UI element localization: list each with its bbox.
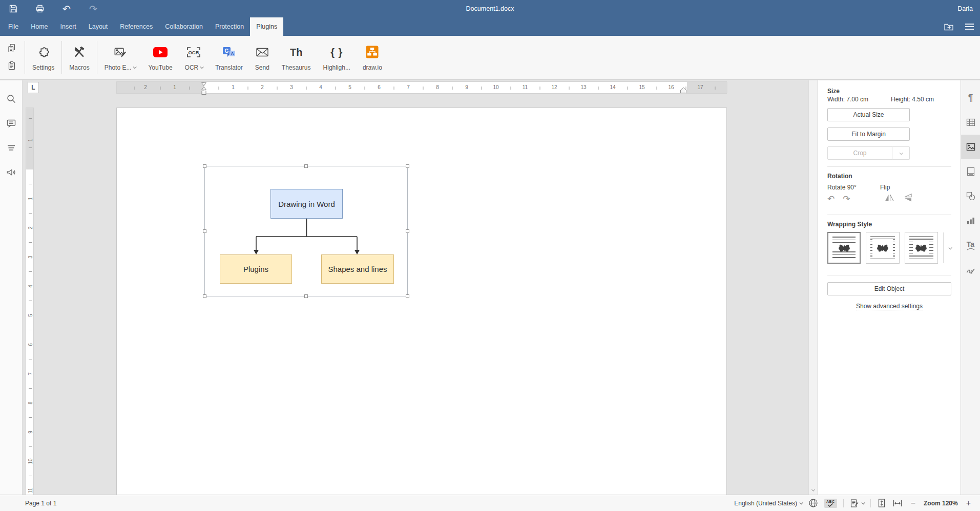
document-canvas[interactable]: L 211234567891011121314151617 1123456789… [23,80,808,495]
plugin-macros-button[interactable]: Macros [63,36,95,79]
document-page[interactable]: Drawing in Word Plugins Shapes and lines [116,108,727,495]
wrap-more-dropdown[interactable] [949,246,952,249]
shape-settings-icon[interactable] [961,184,980,208]
crop-dropdown-button[interactable] [892,146,910,160]
print-icon[interactable] [35,4,45,14]
paste-icon[interactable] [7,60,17,73]
flip-vertical-icon[interactable] [903,194,913,204]
resize-handle-s[interactable] [304,294,308,298]
resize-handle-e[interactable] [406,229,409,233]
indent-marker[interactable] [201,82,207,95]
language-selector[interactable]: English (United States) [734,500,802,507]
table-settings-icon[interactable] [961,110,980,135]
redo-icon[interactable]: ↷ [88,4,98,14]
header-footer-settings-icon[interactable] [961,159,980,184]
wrap-square-thumbnail[interactable] [866,232,899,264]
diagram-node-plugins: Plugins [220,254,292,284]
fit-to-width-button[interactable] [892,499,903,507]
resize-handle-sw[interactable] [203,294,206,298]
tab-home[interactable]: Home [25,17,54,36]
zoom-level-label: Zoom 120% [924,500,958,507]
plugin-settings-button[interactable]: Settings [26,36,60,79]
hamburger-menu-icon[interactable] [965,24,974,30]
resize-handle-n[interactable] [304,164,308,168]
track-changes-button[interactable] [850,499,864,508]
panel-divider [827,275,951,275]
zoom-in-button[interactable]: + [964,499,973,508]
tab-insert[interactable]: Insert [54,17,82,36]
plugin-send-button[interactable]: Send [249,36,276,79]
open-file-location-icon[interactable] [944,22,954,32]
plugin-highlight-code-button[interactable]: { } Highligh... [317,36,357,79]
spell-check-toggle[interactable]: ABC [824,499,837,508]
undo-icon[interactable]: ↶ [61,4,72,14]
text-art-settings-icon[interactable]: Ta [961,233,980,258]
edit-object-button[interactable]: Edit Object [827,282,951,295]
ruler-number: 2 [144,84,147,90]
ruler-number: 2 [28,226,33,229]
copy-icon[interactable] [7,43,17,55]
fit-to-margin-button[interactable]: Fit to Margin [827,127,910,141]
tab-file[interactable]: File [2,17,25,36]
rotate-clockwise-icon[interactable]: ↷ [843,195,850,203]
toolbar-separator [61,41,62,74]
plugin-thesaurus-button[interactable]: Th Thesaurus [276,36,317,79]
flip-horizontal-icon[interactable] [884,194,894,204]
ruler-number: 8 [436,84,439,90]
rotate-counterclockwise-icon[interactable]: ↶ [827,195,835,203]
ruler-number: 3 [28,256,33,259]
height-value: Height: 4.50 cm [891,96,934,103]
butterfly-icon [837,241,851,254]
drawio-object-selection[interactable]: Drawing in Word Plugins Shapes and lines [204,166,408,296]
vertical-scrollbar[interactable] [808,80,818,495]
tab-collaboration[interactable]: Collaboration [159,17,209,36]
plugin-photo-editor-button[interactable]: Photo E... [98,36,142,79]
wrap-inline-thumbnail[interactable] [827,232,861,264]
ruler-number: 10 [28,458,33,464]
navigation-headings-icon[interactable] [6,143,16,153]
save-icon[interactable] [8,4,18,14]
tab-stop-selector[interactable]: L [28,82,39,93]
tab-plugins[interactable]: Plugins [250,17,283,36]
flip-label: Flip [880,184,890,191]
wrap-tight-thumbnail[interactable] [905,232,938,264]
language-label: English (United States) [734,500,797,507]
resize-handle-ne[interactable] [406,164,409,168]
resize-handle-se[interactable] [406,294,409,298]
plugin-ocr-button[interactable]: OCR OCR [179,36,210,79]
zoom-out-button[interactable]: − [909,499,918,508]
comments-icon[interactable] [6,118,16,129]
search-icon[interactable] [6,94,16,104]
tab-references[interactable]: References [114,17,159,36]
ruler-number: 3 [290,84,293,90]
resize-handle-w[interactable] [203,229,206,233]
plugin-drawio-button[interactable]: draw.io [357,36,388,79]
crop-button[interactable]: Crop [827,146,892,160]
size-heading: Size [827,88,951,95]
diagram-node-label: Drawing in Word [278,200,335,208]
ruler-number: 5 [28,314,33,317]
ruler-number: 15 [639,84,644,90]
image-settings-icon[interactable] [961,135,980,159]
actual-size-button[interactable]: Actual Size [827,108,910,121]
tab-layout[interactable]: Layout [82,17,114,36]
resize-handle-nw[interactable] [203,164,206,168]
paragraph-settings-icon[interactable]: ¶ [961,86,980,110]
signature-settings-icon[interactable] [961,258,980,282]
page-count-label[interactable]: Page 1 of 1 [25,500,56,507]
right-indent-marker[interactable] [680,87,687,94]
chart-settings-icon[interactable] [961,208,980,233]
drawio-icon [365,45,379,60]
fit-to-page-button[interactable] [877,498,886,508]
vertical-ruler[interactable]: 11234567891011 [26,108,34,495]
horizontal-ruler[interactable]: 211234567891011121314151617 [116,81,727,94]
document-language-icon[interactable] [808,498,818,508]
plugin-youtube-button[interactable]: YouTube [142,36,178,79]
scroll-down-button[interactable] [809,485,818,495]
diagram-node-root: Drawing in Word [270,189,343,219]
feedback-icon[interactable] [6,167,16,178]
show-advanced-settings-link[interactable]: Show advanced settings [856,303,923,310]
plugin-translator-button[interactable]: G A Translator [209,36,249,79]
envelope-icon [256,45,269,60]
tab-protection[interactable]: Protection [209,17,250,36]
